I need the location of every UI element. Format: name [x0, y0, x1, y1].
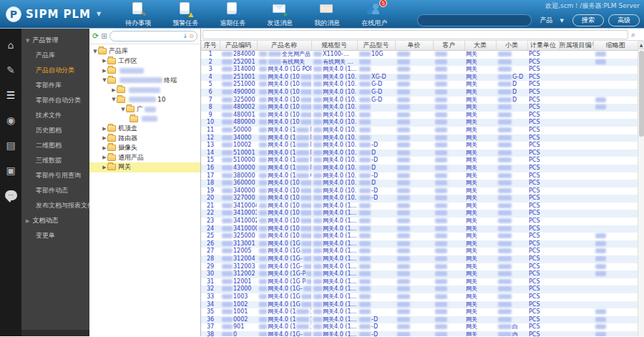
rail-icon[interactable]: ···	[3, 187, 19, 203]
toolbar-button[interactable]: ▲ 预警任务	[167, 2, 204, 28]
column-header[interactable]: 产品名称	[257, 41, 311, 51]
table-row[interactable]: 20 327000 网关4.0 (10ON) -… 网关4.0 (10… -D …	[201, 195, 638, 202]
table-row[interactable]: 28 312004 网关4.0 (1G--普… 网关4.0 (1… 网关 PCS	[201, 255, 638, 263]
column-header[interactable]: 计量单位	[527, 41, 559, 51]
table-row[interactable]: 2 252001 有线网关 有线网关 … 网关 PCS	[201, 59, 638, 67]
table-row[interactable]: 14 510001 网关4.0 (1N) -… 网关4.0 (10… D 网关 …	[201, 150, 638, 157]
scroll-up-icon[interactable]: ▲	[638, 41, 644, 49]
tree-search-input[interactable]	[113, 33, 182, 39]
table-row[interactable]: 5 251000 网关4.0 (10) -… 网关4.0 (10… G-D 网关…	[201, 81, 638, 89]
scrollbar-thumb[interactable]	[639, 51, 644, 137]
table-row[interactable]: 11 50000 网关4.0 (1N) -… 网关4.0 (10… 网关 PCS	[201, 127, 638, 135]
table-row[interactable]: 18 360000 网关4.0 (10ON) -… 网关4.0 (10… D 网…	[201, 180, 638, 187]
table-row[interactable]: 37 901 网关4.0 (1) -无… 网关4.0 (1… -D 网关 白 P…	[201, 323, 638, 331]
table-row[interactable]: 7 325000 网关4.0 (10) -… 网关4.0 (10… G-D 网关…	[201, 97, 638, 104]
column-header[interactable]: 小类	[496, 41, 527, 51]
column-header[interactable]: 缩略图	[593, 41, 638, 51]
table-row[interactable]: 38 0 网关4.0 (1G-) -无… 网关4.0 (1… -D 网关 内 P…	[201, 331, 638, 336]
table-row[interactable]: 29 312003 网关4.0 (1G-普… 网关4.0 (1… 网关 PCS	[201, 263, 638, 271]
table-row[interactable]: 19 340000 网关4.0 (10ON) -… 网关4.0 (10… -D …	[201, 187, 638, 195]
sidebar-item[interactable]: 二维图档	[21, 138, 89, 153]
table-row[interactable]: 22 3410003 网关4.0 (10) -普… 网关4.0 (1… 网关 P…	[201, 210, 638, 218]
table-row[interactable]: 8 480002 网关4.0 (10) -… 网关4.0 (10… 网关 PCS	[201, 104, 638, 112]
table-row[interactable]: 33 1003 网关4.0 (1G) -无… 网关4.0 (1… 网关 PCS	[201, 293, 638, 301]
rail-icon[interactable]: ☰	[3, 87, 19, 103]
chevron-down-icon[interactable]: ▼	[97, 11, 101, 17]
tree-node[interactable]: ▶ 路由器	[89, 134, 200, 144]
search-down-icon[interactable]: ↓	[183, 33, 188, 39]
column-header[interactable]: 客户	[433, 41, 464, 51]
column-header[interactable]: 产品编码	[220, 41, 257, 51]
table-row[interactable]: 3 314000 网关4.0 (1G PON) 普… 网关4.0 (1… 网关 …	[201, 66, 638, 74]
column-header[interactable]: 所属项目编号	[559, 41, 593, 51]
toolbar-button[interactable]: ◔ 逾期任务	[214, 2, 251, 28]
table-row[interactable]: 25 325000 网关4.0 (10) -普… 网关4.0 (1… 网关 PC…	[201, 233, 638, 240]
tree-node[interactable]: ▶	[89, 66, 200, 76]
sidebar-item[interactable]: 历史图档	[21, 123, 89, 138]
table-row[interactable]: 15 510000 网关4.0 (1N) -… 网关4.0 (10… -D 网关…	[201, 157, 638, 165]
column-header[interactable]: 规格型号	[311, 41, 357, 51]
table-row[interactable]: 4 251001 网关4.0 (10) -… 网关4.0 (10… XG-D 网…	[201, 74, 638, 82]
tree-node[interactable]	[89, 114, 200, 124]
toolbar-button[interactable]: ✎ 待办事项	[119, 2, 157, 28]
refresh-icon[interactable]: ⟳	[92, 32, 99, 40]
tree-node[interactable]: ▼ 终端	[89, 76, 200, 86]
tree-node[interactable]: ▼ 10	[89, 95, 200, 105]
table-row[interactable]: 17 380000 网关4.0 (1ON) -… 网关4.0 (10… -D 网…	[201, 172, 638, 180]
sidebar-item[interactable]: 零部件自动分类	[21, 93, 89, 108]
table-row[interactable]: 23 3410002 网关4.0 (10) -普… 网关4.0 (1… 网关 P…	[201, 218, 638, 225]
table-row[interactable]: 9 480001 网关4.0 (10) -… 网关4.0 (10… 网关 PCS	[201, 112, 638, 119]
sidebar-item[interactable]: ▶文档动态	[21, 213, 89, 228]
tree-node[interactable]: ▶ 网关	[89, 162, 200, 172]
table-row[interactable]: 35 1001 网关4.0 (1) -无… 网关4.0 (1… 网关 PCS	[201, 308, 638, 316]
table-row[interactable]: 10 480000 网关4.0 (10) -… 网关4.0 (10… 网关 PC…	[201, 119, 638, 127]
global-search-input[interactable]	[417, 14, 532, 26]
tree-node[interactable]: ▶ 摄像头	[89, 143, 200, 153]
column-header[interactable]: 产品型号	[357, 41, 395, 51]
sidebar-item[interactable]: 技术文件	[21, 108, 89, 123]
sidebar-item[interactable]: ▼产品管理	[21, 33, 89, 48]
sidebar-item[interactable]: 零部件引用查询	[21, 168, 89, 183]
table-row[interactable]: 13 10002 网关4.0 (1N) -… 网关4.0 (10… -D 网关 …	[201, 142, 638, 150]
tree-node[interactable]: ▶ 机顶盒	[89, 124, 200, 134]
table-row[interactable]: 24 3410000 网关4.0 (10) -普… 网关4.0 (1… 网关 P…	[201, 225, 638, 233]
column-header[interactable]: 序号	[201, 41, 220, 51]
table-row[interactable]: 6 490000 网关4.0 (10) -… 网关4.0 (10… G-D 网关…	[201, 89, 638, 97]
rail-icon[interactable]: ▣	[3, 162, 19, 178]
table-filter-input[interactable]	[203, 30, 628, 39]
rail-icon[interactable]: ▤	[3, 137, 19, 153]
tree-node[interactable]: ▶ 工作区	[89, 57, 200, 67]
table-row[interactable]: 1 284000 全光网产品 X1100-… 10G 网关 PCS	[201, 51, 638, 59]
table-row[interactable]: 32 12000 网关4.0 (1G--普… 网关4.0 (1… 网关 PCS	[201, 285, 638, 293]
sidebar-item[interactable]: 产品库	[21, 48, 89, 63]
column-header[interactable]: 大类	[464, 41, 496, 51]
table-row[interactable]: 31 12001 网关4.0 (1G P普… 网关4.0 (1… 网关 PCS	[201, 278, 638, 286]
table-row[interactable]: 27 12005 网关4.0 (1G) 普… 网关4.0 (1… 网关 PCS	[201, 248, 638, 255]
table-row[interactable]: 12 34000 网关4.0 (1N) -… 网关4.0 (10… 网关 PCS	[201, 135, 638, 142]
toolbar-button[interactable]: 我的消息	[308, 2, 346, 28]
rail-icon[interactable]: ⌂	[3, 37, 19, 53]
sidebar-item[interactable]: 产品自动分类	[21, 63, 89, 78]
tree-node[interactable]: ▶	[89, 85, 200, 95]
collapse-tree-icon[interactable]: ⊞	[101, 33, 107, 40]
sidebar-item[interactable]: 零部件动态	[21, 183, 89, 198]
rail-icon[interactable]: ◉	[3, 112, 19, 128]
search-button[interactable]: 搜索	[572, 14, 604, 26]
table-row[interactable]: 16 430000 网关4.0 (1N) -… 网关4.0 (10… D 网关 …	[201, 165, 638, 172]
tree-node[interactable]: ▶ 通用产品	[89, 153, 200, 163]
table-row[interactable]: 26 313001 网关4.0 (1G) -普… 网关4.0 (1… 网关 PC…	[201, 240, 638, 248]
toolbar-button[interactable]: ➤ 发送消息	[261, 2, 298, 28]
vertical-scrollbar[interactable]: ▲	[638, 41, 644, 336]
sidebar-item[interactable]: 变更单	[21, 228, 89, 243]
table-row[interactable]: 36 0002 网关4.0 (1) -无… 网关4.0 (1… -D 网关 PC…	[201, 316, 638, 324]
tree-node[interactable]: ▼ 产品库	[89, 47, 200, 57]
search-category-select[interactable]: 产品▼	[536, 16, 568, 25]
sidebar-item[interactable]: 三维数据	[21, 153, 89, 168]
advanced-search-button[interactable]: 高级	[608, 14, 640, 26]
column-header[interactable]: 单价	[395, 41, 433, 51]
table-row[interactable]: 21 3410004 网关4.0 (10) -普… 网关4.0 (1… 网关 P…	[201, 202, 638, 210]
search-option-icon[interactable]: ⊙	[189, 33, 194, 39]
tree-node[interactable]: ▼ 广	[89, 104, 200, 114]
search-icon[interactable]: ⌕	[631, 30, 635, 39]
table-row[interactable]: 30 312002 网关4.0 (1G-P-普… 网关4.0 (1… 网关 PC…	[201, 270, 638, 278]
